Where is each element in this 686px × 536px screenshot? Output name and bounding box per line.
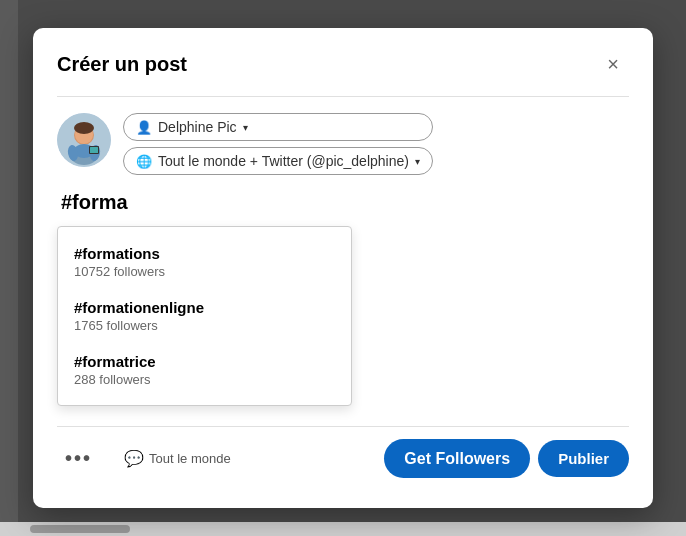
visibility-label: Tout le monde + Twitter (@pic_delphine) xyxy=(158,153,409,169)
scrollbar-thumb[interactable] xyxy=(30,525,130,533)
hashtag-dropdown: #formations 10752 followers #formationen… xyxy=(57,226,352,406)
tag-followers-0: 10752 followers xyxy=(74,264,335,279)
bottom-bar: ••• 💬 Tout le monde Get Followers Publie… xyxy=(57,426,629,478)
user-name-label: Delphine Pic xyxy=(158,119,237,135)
hashtag-item-formations[interactable]: #formations 10752 followers xyxy=(58,235,351,289)
chevron-down-icon: ▾ xyxy=(243,122,248,133)
tag-followers-1: 1765 followers xyxy=(74,318,335,333)
more-options-button[interactable]: ••• xyxy=(57,443,100,474)
user-controls: 👤 Delphine Pic ▾ 🌐 Tout le monde + Twitt… xyxy=(123,113,433,175)
horizontal-scrollbar[interactable] xyxy=(0,522,686,536)
tag-followers-2: 288 followers xyxy=(74,372,335,387)
comment-icon: 💬 xyxy=(124,449,144,468)
hashtag-input-display: #forma xyxy=(57,191,629,214)
dropdown-scroll-area[interactable]: #formations 10752 followers #formationen… xyxy=(58,227,351,405)
avatar xyxy=(57,113,111,167)
audience-label: Tout le monde xyxy=(149,451,231,466)
modal-title: Créer un post xyxy=(57,53,187,76)
tag-name-0: #formations xyxy=(74,245,335,262)
get-followers-button[interactable]: Get Followers xyxy=(384,439,530,478)
tag-name-2: #formatrice xyxy=(74,353,335,370)
hashtag-item-formatrice[interactable]: #formatrice 288 followers xyxy=(58,343,351,397)
svg-point-4 xyxy=(74,122,94,134)
header-divider xyxy=(57,96,629,97)
visibility-selector-button[interactable]: 🌐 Tout le monde + Twitter (@pic_delphine… xyxy=(123,147,433,175)
tag-name-1: #formationenligne xyxy=(74,299,335,316)
bottom-left-actions: ••• 💬 Tout le monde xyxy=(57,443,239,474)
svg-rect-9 xyxy=(90,147,98,153)
person-icon: 👤 xyxy=(136,120,152,135)
hashtag-item-formationenligne[interactable]: #formationenligne 1765 followers xyxy=(58,289,351,343)
chevron-down-icon-2: ▾ xyxy=(415,156,420,167)
close-button[interactable]: × xyxy=(597,48,629,80)
bottom-right-actions: Get Followers Publier xyxy=(384,439,629,478)
globe-icon: 🌐 xyxy=(136,154,152,169)
audience-button[interactable]: 💬 Tout le monde xyxy=(116,445,239,472)
user-section: 👤 Delphine Pic ▾ 🌐 Tout le monde + Twitt… xyxy=(57,113,629,175)
user-name-button[interactable]: 👤 Delphine Pic ▾ xyxy=(123,113,433,141)
publish-button[interactable]: Publier xyxy=(538,440,629,477)
